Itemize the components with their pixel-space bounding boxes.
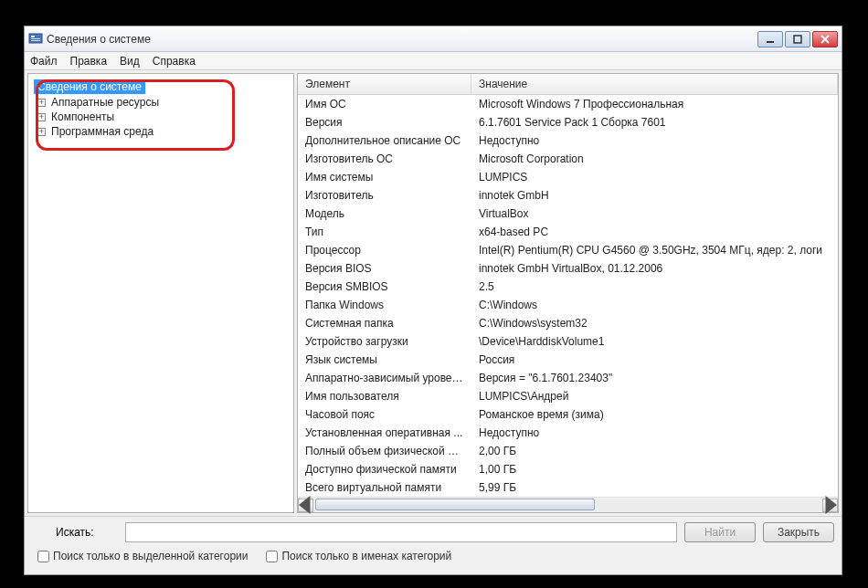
table-row[interactable]: Язык системыРоссия — [298, 351, 838, 369]
cell-value: 6.1.7601 Service Pack 1 Сборка 7601 — [471, 115, 838, 130]
tree-pane: Сведения о системе + Аппаратные ресурсы … — [27, 73, 294, 513]
table-row[interactable]: ПроцессорIntel(R) Pentium(R) CPU G4560 @… — [298, 241, 838, 259]
checkbox-label: Поиск только в именах категорий — [281, 550, 451, 562]
table-row[interactable]: Изготовительinnotek GmbH — [298, 186, 838, 205]
tree-item-components[interactable]: + Компоненты — [34, 110, 288, 123]
list-header: Элемент Значение — [298, 74, 838, 95]
cell-value: 2.5 — [471, 279, 838, 294]
svg-marker-9 — [826, 496, 838, 514]
scroll-thumb[interactable] — [315, 499, 595, 510]
search-label: Искать: — [32, 526, 118, 539]
svg-rect-3 — [31, 40, 40, 41]
column-value[interactable]: Значение — [471, 74, 838, 94]
checkbox-only-names-input[interactable] — [266, 551, 278, 562]
menu-help[interactable]: Справка — [153, 55, 196, 68]
titlebar[interactable]: Сведения о системе — [25, 26, 842, 52]
cell-element: Имя системы — [298, 170, 471, 184]
scroll-right-icon[interactable] — [822, 499, 838, 512]
cell-element: Аппаратно-зависимый уровен... — [298, 371, 471, 385]
window-title: Сведения о системе — [47, 33, 757, 46]
tree-item-label: Программная среда — [51, 125, 153, 138]
cell-value: VirtualBox — [471, 206, 838, 221]
maximize-button[interactable] — [785, 31, 810, 47]
table-row[interactable]: Системная папкаC:\Windows\system32 — [298, 314, 838, 332]
column-element[interactable]: Элемент — [298, 74, 471, 94]
close-search-button[interactable]: Закрыть — [763, 522, 834, 542]
cell-value: Недоступно — [471, 425, 838, 440]
menu-view[interactable]: Вид — [120, 55, 140, 68]
table-row[interactable]: МодельVirtualBox — [298, 205, 838, 223]
svg-rect-5 — [794, 36, 801, 43]
table-row[interactable]: Версия SMBIOS2.5 — [298, 278, 838, 296]
table-row[interactable]: Установленная оперативная ...Недоступно — [298, 424, 838, 442]
tree-item-hardware[interactable]: + Аппаратные ресурсы — [34, 96, 288, 109]
horizontal-scrollbar[interactable] — [298, 497, 838, 512]
table-row[interactable]: Полный объем физической па...2,00 ГБ — [298, 442, 838, 460]
cell-value: \Device\HarddiskVolume1 — [471, 334, 838, 349]
svg-rect-2 — [31, 38, 40, 39]
cell-element: Всего виртуальной памяти — [298, 480, 471, 495]
search-input[interactable] — [125, 522, 677, 542]
expand-icon[interactable]: + — [37, 128, 46, 136]
checkbox-only-names[interactable]: Поиск только в именах категорий — [266, 550, 451, 562]
cell-element: Версия — [298, 115, 471, 130]
table-row[interactable]: Типx64-based PC — [298, 223, 838, 241]
table-row[interactable]: Доступно физической памяти1,00 ГБ — [298, 460, 838, 478]
cell-element: Установленная оперативная ... — [298, 425, 471, 440]
cell-element: Тип — [298, 225, 471, 239]
find-button[interactable]: Найти — [684, 522, 756, 542]
close-button[interactable] — [812, 31, 838, 47]
cell-value: Версия = "6.1.7601.23403" — [471, 371, 838, 385]
svg-marker-8 — [299, 496, 311, 514]
tree-item-software-env[interactable]: + Программная среда — [34, 125, 288, 138]
table-row[interactable]: Имя системыLUMPICS — [298, 168, 838, 186]
cell-value: innotek GmbH VirtualBox, 01.12.2006 — [471, 261, 838, 276]
menubar: Файл Правка Вид Справка — [25, 52, 842, 70]
cell-element: Версия BIOS — [298, 261, 471, 276]
table-row[interactable]: Всего виртуальной памяти5,99 ГБ — [298, 478, 838, 497]
checkbox-only-category-input[interactable] — [37, 551, 49, 562]
cell-element: Часовой пояс — [298, 407, 471, 422]
minimize-button[interactable] — [757, 31, 783, 47]
table-row[interactable]: Версия BIOSinnotek GmbH VirtualBox, 01.1… — [298, 259, 838, 278]
menu-file[interactable]: Файл — [30, 55, 58, 68]
table-row[interactable]: Имя ОСMicrosoft Windows 7 Профессиональн… — [298, 95, 838, 113]
list-body[interactable]: Имя ОСMicrosoft Windows 7 Профессиональн… — [298, 95, 838, 497]
table-row[interactable]: Дополнительное описание ОСНедоступно — [298, 131, 838, 150]
cell-value: Россия — [471, 352, 838, 367]
app-icon — [28, 32, 43, 47]
checkbox-only-category[interactable]: Поиск только в выделенной категории — [37, 550, 248, 562]
cell-value: Microsoft Windows 7 Профессиональная — [471, 97, 838, 111]
cell-value: LUMPICS\Андрей — [471, 389, 838, 404]
table-row[interactable]: Папка WindowsC:\Windows — [298, 296, 838, 314]
cell-value: x64-based PC — [471, 225, 838, 239]
tree-item-label: Компоненты — [51, 110, 114, 123]
cell-value: LUMPICS — [471, 170, 838, 184]
cell-value: Microsoft Corporation — [471, 152, 838, 166]
table-row[interactable]: Версия6.1.7601 Service Pack 1 Сборка 760… — [298, 113, 838, 131]
list-pane: Элемент Значение Имя ОСMicrosoft Windows… — [297, 73, 839, 513]
scroll-left-icon[interactable] — [298, 499, 313, 512]
cell-value: 5,99 ГБ — [471, 480, 838, 495]
expand-icon[interactable]: + — [37, 99, 46, 107]
cell-element: Имя ОС — [298, 97, 471, 111]
cell-element: Системная папка — [298, 316, 471, 331]
cell-element: Устройство загрузки — [298, 334, 471, 349]
table-row[interactable]: Устройство загрузки\Device\HarddiskVolum… — [298, 332, 838, 351]
scroll-track[interactable] — [313, 499, 822, 512]
cell-element: Изготовитель — [298, 188, 471, 203]
expand-icon[interactable]: + — [37, 113, 46, 121]
menu-edit[interactable]: Правка — [70, 55, 108, 68]
cell-value: 2,00 ГБ — [471, 444, 838, 458]
cell-value: Intel(R) Pentium(R) CPU G4560 @ 3.50GHz,… — [471, 243, 838, 257]
cell-element: Имя пользователя — [298, 389, 471, 404]
cell-value: innotek GmbH — [471, 188, 838, 203]
tree-root[interactable]: Сведения о системе — [34, 79, 145, 94]
tree-item-label: Аппаратные ресурсы — [51, 96, 159, 109]
table-row[interactable]: Часовой поясРоманское время (зима) — [298, 405, 838, 424]
cell-element: Модель — [298, 206, 471, 221]
table-row[interactable]: Изготовитель ОСMicrosoft Corporation — [298, 150, 838, 168]
table-row[interactable]: Имя пользователяLUMPICS\Андрей — [298, 387, 838, 405]
table-row[interactable]: Аппаратно-зависимый уровен...Версия = "6… — [298, 369, 838, 387]
cell-element: Процессор — [298, 243, 471, 257]
